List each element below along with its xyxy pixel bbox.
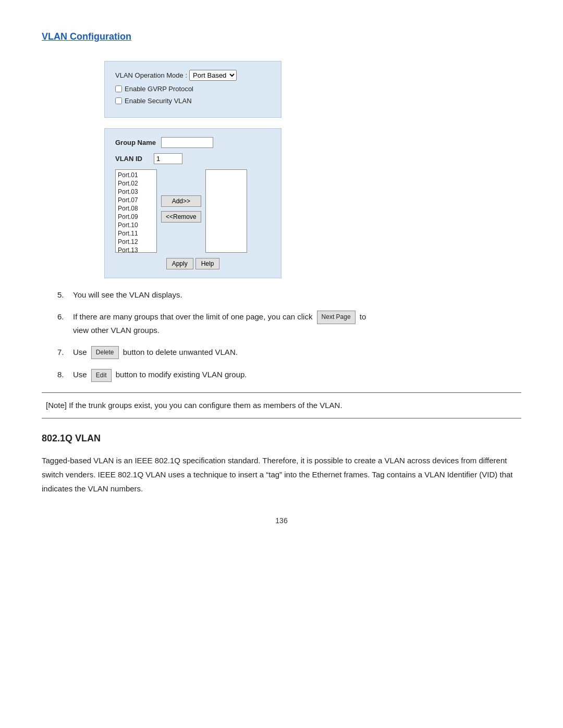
form-actions: Apply Help: [115, 258, 271, 269]
step-8-num: 8.: [57, 368, 73, 381]
remove-button[interactable]: <<Remove: [161, 211, 201, 223]
security-row: Enable Security VLAN: [115, 97, 271, 105]
step-7-text-after: button to delete unwanted VLAN.: [123, 348, 238, 356]
list-item[interactable]: Port.02: [117, 179, 155, 188]
vlan-config-box: VLAN Operation Mode : Port Based Enable …: [104, 61, 282, 118]
page-content: VLAN Configuration VLAN Operation Mode :…: [42, 31, 521, 525]
step-6-text-before: If there are many groups that over the l…: [73, 312, 312, 321]
step-6: 6. If there are many groups that over th…: [57, 311, 521, 337]
port-list-right[interactable]: [205, 169, 247, 253]
list-item[interactable]: Port.09: [117, 213, 155, 221]
step-8-text-before: Use: [73, 370, 87, 379]
step-7: 7. Use Delete button to delete unwanted …: [57, 346, 521, 360]
list-item[interactable]: Port.01: [117, 171, 155, 179]
step-6-num: 6.: [57, 311, 73, 323]
section-title: 802.1Q VLAN: [42, 433, 521, 444]
port-buttons: Add>> <<Remove: [161, 169, 201, 223]
vlan-form-box: Group Name VLAN ID Port.01 Port.02 Port.…: [104, 128, 282, 278]
step-8: 8. Use Edit button to modify existing VL…: [57, 368, 521, 382]
list-item[interactable]: Port.12: [117, 238, 155, 246]
step-5: 5. You will see the VLAN displays.: [57, 289, 521, 301]
apply-button[interactable]: Apply: [166, 258, 193, 269]
list-item[interactable]: Port.08: [117, 204, 155, 213]
group-name-row: Group Name: [115, 137, 271, 148]
list-item[interactable]: Port.07: [117, 196, 155, 204]
ports-section: Port.01 Port.02 Port.03 Port.07 Port.08 …: [115, 169, 271, 253]
vlan-id-row: VLAN ID: [115, 153, 271, 164]
step-7-text: Use Delete button to delete unwanted VLA…: [73, 346, 521, 360]
page-number: 136: [42, 516, 521, 525]
edit-button[interactable]: Edit: [91, 369, 112, 382]
delete-button[interactable]: Delete: [91, 346, 119, 359]
vlan-operation-label: VLAN Operation Mode :: [115, 71, 187, 79]
step-7-num: 7.: [57, 346, 73, 359]
steps-list: 5. You will see the VLAN displays. 6. If…: [57, 289, 521, 382]
gvrp-checkbox[interactable]: [115, 85, 122, 92]
list-item[interactable]: Port.10: [117, 221, 155, 229]
security-checkbox[interactable]: [115, 97, 122, 104]
step-7-text-before: Use: [73, 348, 87, 356]
page-title: VLAN Configuration: [42, 31, 131, 42]
step-8-text-after: button to modify existing VLAN group.: [116, 370, 247, 379]
gvrp-row: Enable GVRP Protocol: [115, 85, 271, 93]
list-item[interactable]: Port.11: [117, 229, 155, 238]
group-name-input[interactable]: [161, 137, 213, 148]
vlan-operation-select[interactable]: Port Based: [189, 70, 237, 81]
vlan-id-label: VLAN ID: [115, 155, 142, 163]
section-body: Tagged-based VLAN is an IEEE 802.1Q spec…: [42, 453, 521, 496]
step-8-text: Use Edit button to modify existing VLAN …: [73, 368, 521, 382]
note-box: [Note] If the trunk groups exist, you yo…: [42, 392, 521, 418]
port-list-left[interactable]: Port.01 Port.02 Port.03 Port.07 Port.08 …: [115, 169, 157, 253]
vlan-id-input[interactable]: [154, 153, 182, 164]
step-5-num: 5.: [57, 289, 73, 301]
step-6-text: If there are many groups that over the l…: [73, 311, 521, 337]
group-name-label: Group Name: [115, 139, 156, 146]
list-item[interactable]: Port.13: [117, 246, 155, 253]
security-label: Enable Security VLAN: [125, 97, 192, 105]
add-button[interactable]: Add>>: [161, 195, 201, 207]
help-button[interactable]: Help: [195, 258, 220, 269]
list-item[interactable]: Port.03: [117, 188, 155, 196]
gvrp-label: Enable GVRP Protocol: [125, 85, 193, 93]
note-text: [Note] If the trunk groups exist, you yo…: [46, 401, 342, 410]
vlan-operation-row: VLAN Operation Mode : Port Based: [115, 70, 271, 81]
step-5-text: You will see the VLAN displays.: [73, 289, 521, 301]
next-page-button[interactable]: Next Page: [317, 311, 356, 324]
